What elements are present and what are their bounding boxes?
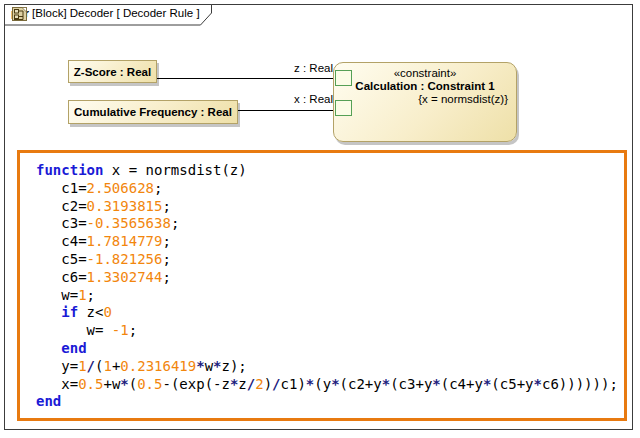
constraint-parameter-port-x[interactable]	[335, 100, 352, 116]
code-line: c2=0.3193815;	[36, 198, 624, 216]
code-line: c5=-1.821256;	[36, 251, 624, 269]
code-line: x=0.5+w*(0.5-(exp(-z*z/2)/c1)*(y*(c2+y*(…	[36, 376, 624, 394]
code-line: function x = normsdist(z)	[36, 162, 624, 180]
code-line: c1=2.506628;	[36, 180, 624, 198]
code-line: end	[36, 393, 624, 411]
code-line: end	[36, 340, 624, 358]
parametric-diagram-canvas: par [Block] Decoder [ Decoder Rule ] Z-S…	[0, 0, 640, 438]
parametric-diagram-icon	[12, 7, 27, 21]
diagram-frame: par [Block] Decoder [ Decoder Rule ] Z-S…	[4, 4, 633, 430]
binding-connector-z[interactable]	[157, 78, 336, 79]
tab-diagram-name: Decoder Rule ]	[123, 7, 200, 19]
block-z-score-label: Z-Score : Real	[74, 66, 151, 78]
constraint-expression: {x = normsdist(z)}	[334, 93, 516, 105]
block-z-score[interactable]: Z-Score : Real	[68, 60, 157, 83]
constraint-code-panel[interactable]: function x = normsdist(z) c1=2.506628; c…	[17, 150, 627, 421]
code-line: w= -1;	[36, 322, 624, 340]
tab-context-label: [Block] Decoder [	[29, 7, 123, 19]
code-line: c4=1.7814779;	[36, 233, 624, 251]
diagram-tab[interactable]: par [Block] Decoder [ Decoder Rule ]	[4, 4, 216, 26]
code-line: c3=-0.3565638;	[36, 215, 624, 233]
constraint-name: Calculation : Constraint 1	[334, 80, 516, 92]
code-line: if z<0	[36, 304, 624, 322]
code-lines: function x = normsdist(z) c1=2.506628; c…	[36, 162, 624, 411]
constraint-stereotype: «constraint»	[334, 67, 516, 79]
code-line: w=1;	[36, 287, 624, 305]
constraint-parameter-port-z[interactable]	[335, 70, 352, 86]
binding-connector-x[interactable]	[238, 110, 336, 111]
block-cumulative-frequency-label: Cumulative Frequency : Real	[74, 106, 232, 118]
parameter-label-z[interactable]: z : Real	[271, 62, 333, 74]
constraint-block-calculation[interactable]: «constraint» Calculation : Constraint 1 …	[333, 62, 517, 142]
block-cumulative-frequency[interactable]: Cumulative Frequency : Real	[68, 100, 238, 124]
code-line: y=1/(1+0.2316419*w*z);	[36, 358, 624, 376]
parameter-label-x[interactable]: x : Real	[271, 93, 333, 105]
tab-title: par [Block] Decoder [ Decoder Rule ]	[11, 7, 200, 19]
code-line: c6=1.3302744;	[36, 269, 624, 287]
